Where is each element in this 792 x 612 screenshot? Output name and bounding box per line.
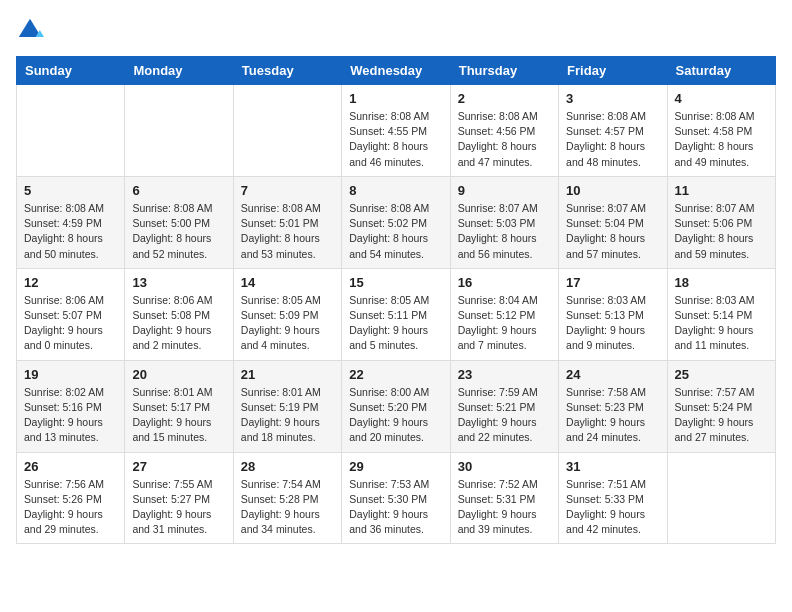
day-number: 3 (566, 91, 659, 106)
day-number: 8 (349, 183, 442, 198)
calendar-cell (17, 85, 125, 177)
day-info: Sunrise: 8:07 AM Sunset: 5:06 PM Dayligh… (675, 201, 768, 262)
day-number: 25 (675, 367, 768, 382)
calendar-cell: 26Sunrise: 7:56 AM Sunset: 5:26 PM Dayli… (17, 452, 125, 544)
calendar-week-row: 26Sunrise: 7:56 AM Sunset: 5:26 PM Dayli… (17, 452, 776, 544)
day-info: Sunrise: 7:56 AM Sunset: 5:26 PM Dayligh… (24, 477, 117, 538)
day-number: 28 (241, 459, 334, 474)
day-info: Sunrise: 8:01 AM Sunset: 5:17 PM Dayligh… (132, 385, 225, 446)
day-number: 5 (24, 183, 117, 198)
calendar-week-row: 5Sunrise: 8:08 AM Sunset: 4:59 PM Daylig… (17, 176, 776, 268)
day-number: 15 (349, 275, 442, 290)
day-number: 16 (458, 275, 551, 290)
day-info: Sunrise: 8:08 AM Sunset: 4:59 PM Dayligh… (24, 201, 117, 262)
day-number: 18 (675, 275, 768, 290)
calendar-week-row: 12Sunrise: 8:06 AM Sunset: 5:07 PM Dayli… (17, 268, 776, 360)
day-info: Sunrise: 8:06 AM Sunset: 5:07 PM Dayligh… (24, 293, 117, 354)
day-info: Sunrise: 8:08 AM Sunset: 4:58 PM Dayligh… (675, 109, 768, 170)
calendar-cell: 31Sunrise: 7:51 AM Sunset: 5:33 PM Dayli… (559, 452, 667, 544)
day-info: Sunrise: 8:08 AM Sunset: 4:56 PM Dayligh… (458, 109, 551, 170)
calendar-cell: 16Sunrise: 8:04 AM Sunset: 5:12 PM Dayli… (450, 268, 558, 360)
day-number: 14 (241, 275, 334, 290)
calendar-cell: 11Sunrise: 8:07 AM Sunset: 5:06 PM Dayli… (667, 176, 775, 268)
day-number: 4 (675, 91, 768, 106)
day-info: Sunrise: 8:07 AM Sunset: 5:04 PM Dayligh… (566, 201, 659, 262)
day-info: Sunrise: 7:59 AM Sunset: 5:21 PM Dayligh… (458, 385, 551, 446)
day-info: Sunrise: 7:55 AM Sunset: 5:27 PM Dayligh… (132, 477, 225, 538)
day-info: Sunrise: 7:57 AM Sunset: 5:24 PM Dayligh… (675, 385, 768, 446)
calendar-cell: 14Sunrise: 8:05 AM Sunset: 5:09 PM Dayli… (233, 268, 341, 360)
weekday-header-friday: Friday (559, 57, 667, 85)
calendar-table: SundayMondayTuesdayWednesdayThursdayFrid… (16, 56, 776, 544)
calendar-cell: 1Sunrise: 8:08 AM Sunset: 4:55 PM Daylig… (342, 85, 450, 177)
day-info: Sunrise: 8:08 AM Sunset: 5:01 PM Dayligh… (241, 201, 334, 262)
weekday-header-tuesday: Tuesday (233, 57, 341, 85)
day-info: Sunrise: 8:04 AM Sunset: 5:12 PM Dayligh… (458, 293, 551, 354)
calendar-week-row: 1Sunrise: 8:08 AM Sunset: 4:55 PM Daylig… (17, 85, 776, 177)
day-info: Sunrise: 8:08 AM Sunset: 5:02 PM Dayligh… (349, 201, 442, 262)
day-number: 27 (132, 459, 225, 474)
day-number: 9 (458, 183, 551, 198)
day-number: 30 (458, 459, 551, 474)
day-info: Sunrise: 8:05 AM Sunset: 5:09 PM Dayligh… (241, 293, 334, 354)
calendar-cell: 10Sunrise: 8:07 AM Sunset: 5:04 PM Dayli… (559, 176, 667, 268)
weekday-header-sunday: Sunday (17, 57, 125, 85)
day-number: 19 (24, 367, 117, 382)
calendar-cell: 20Sunrise: 8:01 AM Sunset: 5:17 PM Dayli… (125, 360, 233, 452)
day-number: 22 (349, 367, 442, 382)
calendar-cell: 5Sunrise: 8:08 AM Sunset: 4:59 PM Daylig… (17, 176, 125, 268)
day-info: Sunrise: 8:00 AM Sunset: 5:20 PM Dayligh… (349, 385, 442, 446)
weekday-header-row: SundayMondayTuesdayWednesdayThursdayFrid… (17, 57, 776, 85)
day-info: Sunrise: 7:54 AM Sunset: 5:28 PM Dayligh… (241, 477, 334, 538)
day-info: Sunrise: 8:02 AM Sunset: 5:16 PM Dayligh… (24, 385, 117, 446)
day-number: 17 (566, 275, 659, 290)
calendar-cell: 18Sunrise: 8:03 AM Sunset: 5:14 PM Dayli… (667, 268, 775, 360)
calendar-cell: 28Sunrise: 7:54 AM Sunset: 5:28 PM Dayli… (233, 452, 341, 544)
weekday-header-monday: Monday (125, 57, 233, 85)
calendar-body: 1Sunrise: 8:08 AM Sunset: 4:55 PM Daylig… (17, 85, 776, 544)
calendar-cell (233, 85, 341, 177)
calendar-header: SundayMondayTuesdayWednesdayThursdayFrid… (17, 57, 776, 85)
day-number: 31 (566, 459, 659, 474)
calendar-cell: 12Sunrise: 8:06 AM Sunset: 5:07 PM Dayli… (17, 268, 125, 360)
day-number: 11 (675, 183, 768, 198)
day-info: Sunrise: 8:03 AM Sunset: 5:13 PM Dayligh… (566, 293, 659, 354)
calendar-cell: 19Sunrise: 8:02 AM Sunset: 5:16 PM Dayli… (17, 360, 125, 452)
calendar-cell: 21Sunrise: 8:01 AM Sunset: 5:19 PM Dayli… (233, 360, 341, 452)
day-number: 12 (24, 275, 117, 290)
calendar-cell (125, 85, 233, 177)
day-info: Sunrise: 8:07 AM Sunset: 5:03 PM Dayligh… (458, 201, 551, 262)
day-info: Sunrise: 7:58 AM Sunset: 5:23 PM Dayligh… (566, 385, 659, 446)
day-number: 1 (349, 91, 442, 106)
day-info: Sunrise: 7:52 AM Sunset: 5:31 PM Dayligh… (458, 477, 551, 538)
weekday-header-saturday: Saturday (667, 57, 775, 85)
calendar-cell: 13Sunrise: 8:06 AM Sunset: 5:08 PM Dayli… (125, 268, 233, 360)
weekday-header-thursday: Thursday (450, 57, 558, 85)
day-info: Sunrise: 8:08 AM Sunset: 4:55 PM Dayligh… (349, 109, 442, 170)
calendar-week-row: 19Sunrise: 8:02 AM Sunset: 5:16 PM Dayli… (17, 360, 776, 452)
day-number: 2 (458, 91, 551, 106)
calendar-cell: 4Sunrise: 8:08 AM Sunset: 4:58 PM Daylig… (667, 85, 775, 177)
calendar-cell: 8Sunrise: 8:08 AM Sunset: 5:02 PM Daylig… (342, 176, 450, 268)
day-info: Sunrise: 8:01 AM Sunset: 5:19 PM Dayligh… (241, 385, 334, 446)
calendar-cell (667, 452, 775, 544)
day-info: Sunrise: 7:51 AM Sunset: 5:33 PM Dayligh… (566, 477, 659, 538)
day-number: 6 (132, 183, 225, 198)
calendar-cell: 22Sunrise: 8:00 AM Sunset: 5:20 PM Dayli… (342, 360, 450, 452)
calendar-cell: 24Sunrise: 7:58 AM Sunset: 5:23 PM Dayli… (559, 360, 667, 452)
calendar-cell: 25Sunrise: 7:57 AM Sunset: 5:24 PM Dayli… (667, 360, 775, 452)
day-number: 13 (132, 275, 225, 290)
logo (16, 16, 48, 44)
calendar-cell: 9Sunrise: 8:07 AM Sunset: 5:03 PM Daylig… (450, 176, 558, 268)
calendar-cell: 23Sunrise: 7:59 AM Sunset: 5:21 PM Dayli… (450, 360, 558, 452)
page-header (16, 16, 776, 44)
day-number: 21 (241, 367, 334, 382)
calendar-cell: 15Sunrise: 8:05 AM Sunset: 5:11 PM Dayli… (342, 268, 450, 360)
calendar-cell: 27Sunrise: 7:55 AM Sunset: 5:27 PM Dayli… (125, 452, 233, 544)
calendar-cell: 29Sunrise: 7:53 AM Sunset: 5:30 PM Dayli… (342, 452, 450, 544)
day-info: Sunrise: 8:06 AM Sunset: 5:08 PM Dayligh… (132, 293, 225, 354)
day-info: Sunrise: 8:08 AM Sunset: 5:00 PM Dayligh… (132, 201, 225, 262)
logo-icon (16, 16, 44, 44)
day-number: 24 (566, 367, 659, 382)
calendar-cell: 17Sunrise: 8:03 AM Sunset: 5:13 PM Dayli… (559, 268, 667, 360)
